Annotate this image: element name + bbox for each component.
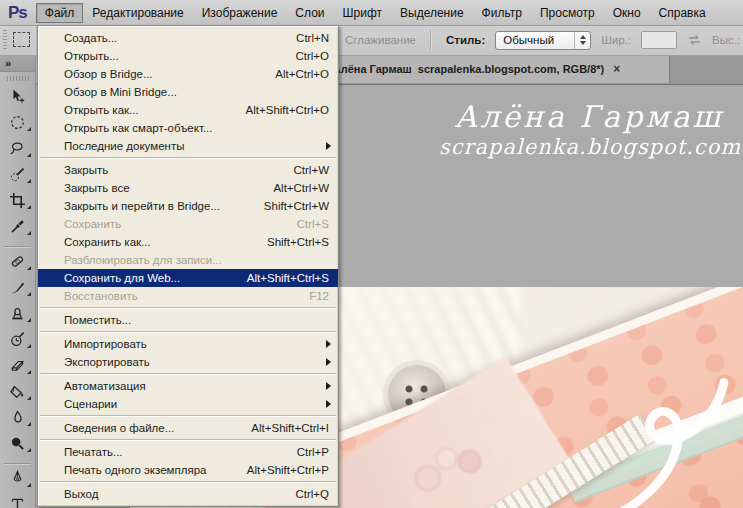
history-brush-icon [9, 331, 26, 348]
collapse-panel-icon: » [5, 57, 11, 69]
menu-item-scripts[interactable]: Сценарии [38, 395, 338, 413]
menu-window[interactable]: Окно [604, 3, 650, 23]
menu-item-place[interactable]: Поместить... [38, 311, 338, 329]
menu-item-check-in: Разблокировать для записи... [38, 251, 338, 269]
marquee-preset-icon[interactable] [13, 32, 30, 47]
brush-tool[interactable] [0, 274, 35, 300]
clone-stamp-tool[interactable] [0, 300, 35, 326]
menu-item-file-info[interactable]: Сведения о файле...Alt+Shift+Ctrl+I [38, 419, 338, 437]
menu-divider [40, 373, 336, 374]
menu-item-exit[interactable]: ВыходCtrl+Q [38, 485, 338, 503]
elliptical-marquee-tool[interactable] [0, 109, 35, 135]
width-input [641, 31, 677, 49]
pen-tool[interactable] [0, 465, 35, 491]
menu-file[interactable]: Файл [36, 3, 84, 23]
photoshop-logo: Ps [8, 3, 27, 23]
type-icon [9, 496, 26, 508]
style-dropdown[interactable]: Обычный [495, 31, 591, 50]
quick-selection-icon [9, 166, 26, 183]
menu-item-export[interactable]: Экспортировать [38, 353, 338, 371]
lasso-tool[interactable] [0, 135, 35, 161]
eraser-icon [9, 357, 26, 374]
menu-image[interactable]: Изображение [193, 3, 287, 23]
menu-edit[interactable]: Редактирование [83, 3, 192, 23]
watermark: Алёна Гармаш scrapalenka.blogspot.com [439, 100, 739, 160]
menu-item-print-one-copy[interactable]: Печать одного экземпляраAlt+Shift+Ctrl+P [38, 461, 338, 479]
paint-bucket-icon [9, 383, 26, 400]
menu-type[interactable]: Шрифт [334, 3, 391, 23]
quick-selection-tool[interactable] [0, 161, 35, 187]
menu-item-open[interactable]: Открыть...Ctrl+O [38, 47, 338, 65]
brush-icon [9, 279, 26, 296]
blur-tool[interactable] [0, 404, 35, 430]
watermark-url: scrapalenka.blogspot.com [439, 134, 739, 160]
eyedropper-icon [9, 218, 26, 235]
menu-item-new[interactable]: Создать...Ctrl+N [38, 29, 338, 47]
menu-divider [40, 439, 336, 440]
eyedropper-tool[interactable] [0, 213, 35, 239]
type-tool[interactable] [0, 491, 35, 508]
menu-item-import[interactable]: Импортировать [38, 335, 338, 353]
options-separator [430, 30, 432, 50]
menu-item-open-as-smart-object[interactable]: Открыть как смарт-объект... [38, 119, 338, 137]
antialias-label: Сглаживание [345, 34, 416, 46]
elliptical-marquee-icon [9, 114, 26, 131]
document-tab-title: 00% (Алёна Гармаш scrapalenka.blogspot.c… [304, 63, 604, 75]
menu-divider [40, 307, 336, 308]
menu-item-close[interactable]: ЗакрытьCtrl+W [38, 161, 338, 179]
menu-item-print[interactable]: Печатать...Ctrl+P [38, 443, 338, 461]
height-label: Выс.: [712, 34, 740, 46]
menu-item-revert: ВосстановитьF12 [38, 287, 338, 305]
healing-brush-tool[interactable] [0, 248, 35, 274]
move-icon [9, 88, 26, 105]
style-dropdown-value: Обычный [503, 34, 554, 46]
tool-separator [4, 457, 31, 464]
menu-item-save: СохранитьCtrl+S [38, 215, 338, 233]
file-menu-dropdown: .mrow{height:18px;display:flex;align-ite… [37, 25, 339, 507]
clone-stamp-icon [9, 305, 26, 322]
menu-bar: Ps Файл Редактирование Изображение Слои … [0, 0, 743, 26]
watermark-name: Алёна Гармаш [439, 100, 739, 134]
width-label: Шир.: [601, 34, 631, 46]
menu-item-open-as[interactable]: Открыть как...Alt+Shift+Ctrl+O [38, 101, 338, 119]
swap-dimensions-icon [687, 33, 702, 47]
menu-select[interactable]: Выделение [391, 3, 473, 23]
dodge-tool[interactable] [0, 430, 35, 456]
eraser-tool[interactable] [0, 352, 35, 378]
menu-divider [40, 331, 336, 332]
menu-item-browse-in-mini-bridge[interactable]: Обзор в Mini Bridge... [38, 83, 338, 101]
style-label: Стиль: [446, 34, 485, 46]
history-brush-tool[interactable] [0, 326, 35, 352]
menu-layers[interactable]: Слои [286, 3, 333, 23]
move-tool[interactable] [0, 83, 35, 109]
tool-preset-fragment [0, 25, 37, 55]
paint-bucket-tool[interactable] [0, 378, 35, 404]
close-tab-icon[interactable]: × [613, 62, 620, 76]
menu-divider [40, 157, 336, 158]
lasso-icon [9, 140, 26, 157]
menu-divider [40, 481, 336, 482]
tool-separator [4, 240, 31, 247]
crop-tool[interactable] [0, 187, 35, 213]
crop-icon [9, 192, 26, 209]
tool-panel-header[interactable]: » [0, 55, 35, 72]
menu-filter[interactable]: Фильтр [473, 3, 531, 23]
menu-item-recent-documents[interactable]: Последние документы [38, 137, 338, 155]
menu-divider [40, 415, 336, 416]
menu-item-save-for-web[interactable]: Сохранить для Web...Alt+Shift+Ctrl+S [38, 269, 338, 287]
menu-view[interactable]: Просмотр [531, 3, 604, 23]
healing-brush-icon [9, 253, 26, 270]
menu-item-save-as[interactable]: Сохранить как...Shift+Ctrl+S [38, 233, 338, 251]
pen-icon [9, 470, 26, 487]
menu-item-close-all[interactable]: Закрыть всеAlt+Ctrl+W [38, 179, 338, 197]
dodge-icon [9, 435, 26, 452]
tool-panel: » [0, 55, 36, 508]
blur-icon [9, 409, 26, 426]
menu-item-automate[interactable]: Автоматизация [38, 377, 338, 395]
menu-help[interactable]: Справка [650, 3, 715, 23]
menu-item-browse-in-bridge[interactable]: Обзор в Bridge...Alt+Ctrl+O [38, 65, 338, 83]
tool-panel-grip[interactable] [7, 76, 29, 81]
options-bar-grip[interactable] [3, 30, 7, 50]
chevron-up-down-icon [574, 32, 590, 49]
menu-item-close-and-go-to-bridge[interactable]: Закрыть и перейти в Bridge...Shift+Ctrl+… [38, 197, 338, 215]
